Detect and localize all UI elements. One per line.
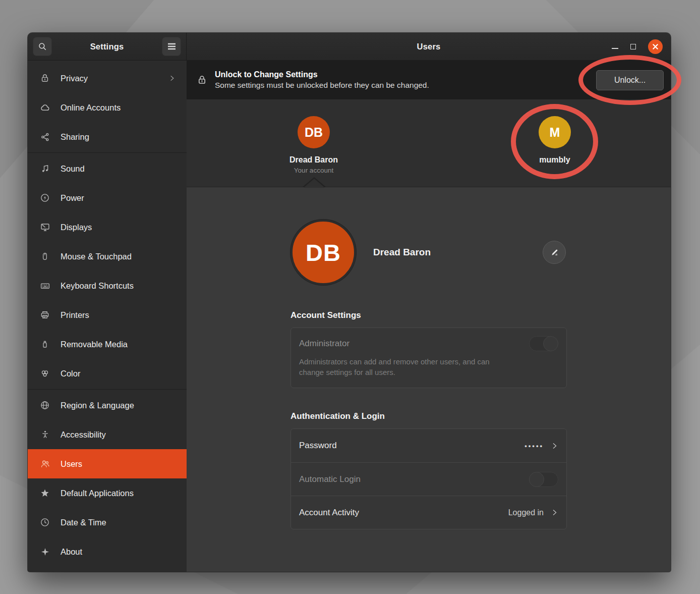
automatic-login-toggle[interactable] [529,472,558,487]
password-row[interactable]: Password ••••• [291,429,566,462]
chevron-right-icon [551,509,558,516]
profile-avatar[interactable]: DB [290,220,356,285]
user-name: mumbly [519,155,590,165]
sidebar-item-label: Sound [61,164,176,174]
printer-icon [39,309,50,320]
sidebar-item-privacy[interactable]: Privacy [28,64,187,93]
share-icon [39,131,50,142]
close-button[interactable] [648,39,663,54]
search-button[interactable] [33,37,52,56]
sidebar-item-label: Privacy [61,74,158,83]
color-circles-icon [39,368,50,379]
content-headerbar: Users [187,33,671,61]
avatar: M [539,116,571,148]
sidebar-item-label: Printers [61,310,176,320]
menu-button[interactable] [162,37,181,56]
globe-icon [39,400,50,411]
sidebar-item-label: Date & Time [61,518,176,527]
sidebar-item-accessibility[interactable]: Accessibility [28,420,187,449]
sidebar-separator [28,152,187,153]
sidebar-item-label: Online Accounts [61,103,176,113]
chevron-right-icon [551,442,558,450]
toggle-knob [543,336,558,351]
sidebar-item-keyboard-shortcuts[interactable]: Keyboard Shortcuts [28,271,187,300]
account-activity-label: Account Activity [299,508,508,518]
avatar-initials: DB [306,239,341,266]
sidebar-item-label: Users [61,459,176,469]
lock-icon [39,73,50,84]
profile-row: DB Dread Baron [290,220,567,285]
password-value: ••••• [524,442,544,450]
sidebar-item-power[interactable]: Power [28,183,187,212]
display-icon [39,222,50,233]
clock-icon [39,517,50,528]
sidebar-item-label: Default Applications [61,489,176,498]
unlock-button[interactable]: Unlock... [596,70,664,90]
user-name: Dread Baron [278,155,349,165]
sidebar-item-sharing[interactable]: Sharing [28,122,187,151]
sidebar-item-online-accounts[interactable]: Online Accounts [28,93,187,122]
sidebar-item-color[interactable]: Color [28,359,187,388]
selected-user-pointer [302,177,326,187]
sidebar-item-about[interactable]: About [28,537,187,566]
sidebar-headerbar: Settings [28,33,187,61]
sparkle-icon [39,546,50,557]
sidebar-item-label: Region & Language [61,401,176,410]
sidebar-item-mouse-touchpad[interactable]: Mouse & Touchpad [28,242,187,271]
lock-icon [197,75,207,85]
account-activity-row[interactable]: Account Activity Logged in [291,496,566,529]
sidebar-item-label: About [61,547,176,557]
maximize-button[interactable] [630,44,636,49]
user-carousel: DB Dread Baron Your account M mumbly [187,99,671,187]
sidebar: Privacy Online Accounts Sharing [28,61,187,572]
flash-drive-icon [39,339,50,350]
sidebar-item-date-time[interactable]: Date & Time [28,508,187,537]
administrator-label: Administrator [299,339,349,349]
minimize-button[interactable] [612,48,618,49]
profile-name: Dread Baron [373,247,431,258]
administrator-card: Administrator Administrators can add and… [290,328,567,388]
auth-login-card: Password ••••• Automatic Login Account [290,428,567,529]
sidebar-item-default-applications[interactable]: Default Applications [28,478,187,508]
sidebar-item-printers[interactable]: Printers [28,300,187,330]
cloud-icon [39,102,50,113]
settings-window: Settings Users [28,33,671,572]
account-panel: DB Dread Baron Account Settings [187,187,671,572]
carousel-user-mumbly[interactable]: M mumbly [519,116,590,167]
account-settings-heading: Account Settings [290,310,567,320]
unlock-banner-subtitle: Some settings must be unlocked before th… [215,81,589,90]
close-icon [652,43,659,50]
star-icon [39,488,50,499]
password-label: Password [299,441,524,451]
sidebar-item-label: Sharing [61,132,176,142]
sidebar-item-label: Mouse & Touchpad [61,252,176,261]
auth-login-heading: Authentication & Login [290,411,567,421]
users-icon [39,458,50,469]
sidebar-item-removable-media[interactable]: Removable Media [28,330,187,359]
avatar: DB [298,116,330,148]
sidebar-item-sound[interactable]: Sound [28,154,187,183]
sidebar-item-label: Color [61,369,176,379]
administrator-description: Administrators can add and remove other … [299,356,516,377]
keyboard-icon [39,280,50,291]
sidebar-item-displays[interactable]: Displays [28,212,187,242]
hamburger-icon [167,43,176,50]
avatar-initials: DB [305,125,323,140]
automatic-login-label: Automatic Login [299,474,529,484]
mouse-icon [39,251,50,262]
sidebar-item-label: Displays [61,223,176,232]
sidebar-item-region-language[interactable]: Region & Language [28,391,187,420]
sidebar-item-users[interactable]: Users [28,449,187,478]
chevron-right-icon [168,75,176,82]
sidebar-separator [28,389,187,390]
pencil-icon [550,248,559,257]
avatar-initials: M [550,125,560,140]
sidebar-item-label: Power [61,193,176,203]
administrator-toggle[interactable] [529,336,558,351]
carousel-user-dread-baron[interactable]: DB Dread Baron Your account [278,116,349,174]
search-icon [38,42,47,51]
accessibility-person-icon [39,429,50,440]
user-subtitle: Your account [278,167,349,174]
edit-name-button[interactable] [543,241,566,264]
sidebar-item-label: Accessibility [61,430,176,440]
